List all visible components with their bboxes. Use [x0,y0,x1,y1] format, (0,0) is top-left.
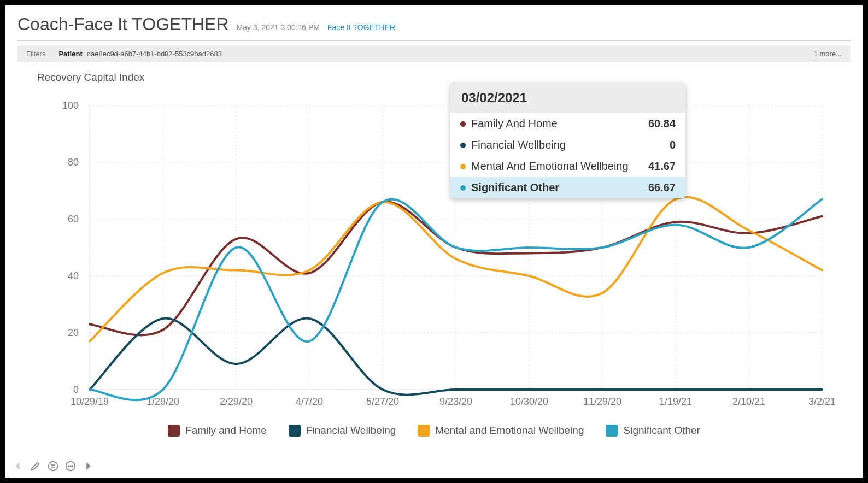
tooltip-row: Significant Other66.67 [450,177,685,198]
legend-item[interactable]: Significant Other [606,425,700,437]
legend-swatch-icon [418,425,430,437]
svg-point-38 [68,466,69,467]
legend-label: Family and Home [185,425,267,437]
svg-text:11/29/20: 11/29/20 [583,396,621,407]
tooltip-row-label: Mental And Emotional Wellbeing [471,160,629,173]
data-table-button[interactable] [46,459,60,473]
svg-text:40: 40 [68,270,79,281]
tooltip-row-label: Financial Wellbeing [471,139,566,151]
filter-patient-value: dae8ec9d-a6b7-44b1-bd82-553c9bad2683 [87,50,222,58]
series-financial[interactable] [90,319,822,395]
svg-text:60: 60 [68,214,79,225]
legend-label: Significant Other [623,425,700,437]
tooltip-dot-icon [460,185,466,191]
svg-text:0: 0 [73,384,79,395]
svg-point-36 [49,462,58,471]
svg-text:2/10/21: 2/10/21 [732,396,765,407]
filter-patient-label: Patient [58,50,82,58]
edit-button[interactable] [28,459,43,473]
svg-text:20: 20 [68,327,79,338]
legend-item[interactable]: Financial Wellbeing [289,425,396,437]
tooltip-row-value: 60.84 [648,117,676,130]
tooltip-dot-icon [460,143,466,148]
legend-swatch-icon [168,425,180,437]
tooltip-row-label: Significant Other [471,181,559,194]
tooltip-row: Family And Home60.84 [450,113,685,134]
nav-prev-button[interactable] [11,459,25,473]
svg-text:80: 80 [68,157,79,168]
chart-area[interactable]: 02040608010010/29/191/29/202/29/204/7/20… [30,84,838,422]
tooltip-row-label: Family And Home [471,117,558,130]
svg-text:9/23/20: 9/23/20 [439,396,472,407]
svg-text:5/27/20: 5/27/20 [366,396,399,407]
svg-text:2/29/20: 2/29/20 [220,396,253,407]
legend-label: Mental and Emotional Wellbeing [435,425,584,437]
tooltip-row-value: 0 [670,139,676,151]
filter-bar: Filters Patient dae8ec9d-a6b7-44b1-bd82-… [17,45,851,62]
page-title: Coach-Face It TOGETHER [17,14,228,34]
svg-text:10/29/19: 10/29/19 [71,396,109,407]
tooltip-dot-icon [460,164,466,169]
svg-text:3/2/21: 3/2/21 [808,396,836,407]
svg-text:1/19/21: 1/19/21 [659,396,692,407]
chart-legend: Family and HomeFinancial WellbeingMental… [17,425,851,437]
svg-text:10/30/20: 10/30/20 [510,396,548,407]
tooltip-dot-icon [460,121,466,127]
svg-text:4/7/20: 4/7/20 [296,396,323,407]
chart-title: Recovery Capital Index [37,72,851,84]
legend-item[interactable]: Family and Home [168,425,267,437]
more-options-button[interactable] [63,459,78,473]
legend-swatch-icon [289,425,301,437]
svg-text:100: 100 [62,100,79,111]
filters-more-link[interactable]: 1 more... [814,50,842,58]
tooltip-row-value: 41.67 [648,160,676,173]
nav-next-button[interactable] [81,459,95,473]
legend-swatch-icon [606,425,618,437]
tooltip-row-value: 66.67 [648,181,676,194]
chart-tooltip: 03/02/2021 Family And Home60.84Financial… [450,83,685,198]
header-timestamp: May 3, 2021 3:00:16 PM [236,23,320,32]
filters-label: Filters [26,50,45,58]
svg-point-39 [70,466,71,467]
svg-point-40 [72,466,73,467]
legend-item[interactable]: Mental and Emotional Wellbeing [418,425,584,437]
series-mental[interactable] [90,197,822,341]
legend-label: Financial Wellbeing [306,425,396,437]
tooltip-title: 03/02/2021 [450,83,685,113]
line-chart[interactable]: 02040608010010/29/191/29/202/29/204/7/20… [30,84,838,422]
header-link[interactable]: Face It TOGETHER [327,23,395,32]
footer-toolbar [11,459,95,473]
tooltip-row: Mental And Emotional Wellbeing41.67 [450,156,685,177]
tooltip-row: Financial Wellbeing0 [450,134,685,156]
